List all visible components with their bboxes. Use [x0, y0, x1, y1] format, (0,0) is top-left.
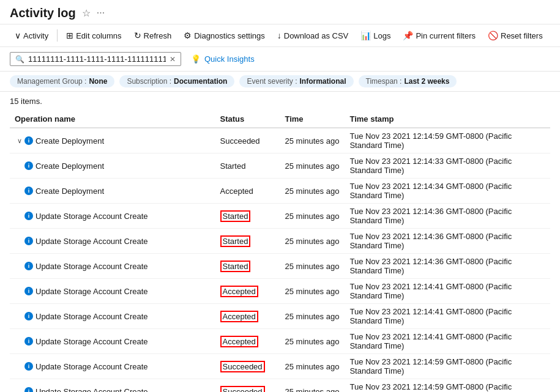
info-icon: i: [24, 362, 33, 371]
col-header-status: Status: [215, 111, 280, 128]
download-label: Download as CSV: [284, 31, 349, 40]
time-cell: 25 minutes ago: [280, 279, 345, 304]
table-row[interactable]: iUpdate Storage Account CreateSucceeded2…: [10, 379, 550, 393]
more-icon[interactable]: ···: [97, 7, 105, 19]
status-cell: Accepted: [215, 329, 280, 354]
status-cell: Started: [215, 254, 280, 279]
activity-button[interactable]: ∨ Activity: [10, 28, 53, 43]
status-badge: Started: [220, 210, 251, 222]
filter-event-severity[interactable]: Event severity : Informational: [239, 75, 353, 87]
timestamp-cell: Tue Nov 23 2021 12:14:41 GMT-0800 (Pacif…: [345, 329, 550, 354]
timestamp-cell: Tue Nov 23 2021 12:14:41 GMT-0800 (Pacif…: [345, 304, 550, 329]
edit-columns-button[interactable]: ⊞ Edit columns: [61, 28, 126, 43]
separator: [57, 29, 58, 42]
info-icon: i: [24, 287, 33, 295]
filter-timespan[interactable]: Timespan : Last 2 weeks: [359, 75, 457, 87]
info-icon: i: [24, 387, 33, 392]
time-cell: 25 minutes ago: [280, 329, 345, 354]
status-cell: Succeeded: [215, 128, 280, 153]
diagnostics-label: Diagnostics settings: [194, 31, 265, 40]
operation-name: Update Storage Account Create: [35, 262, 148, 271]
time-cell: 25 minutes ago: [280, 153, 345, 179]
status-cell: Succeeded: [215, 379, 280, 393]
operation-name: Update Storage Account Create: [35, 237, 148, 246]
time-cell: 25 minutes ago: [280, 379, 345, 393]
activity-label: Activity: [23, 31, 48, 40]
info-icon: i: [24, 312, 33, 320]
operation-name: Update Storage Account Create: [35, 312, 148, 321]
quick-insights-label: Quick Insights: [204, 54, 255, 64]
toolbar: ∨ Activity ⊞ Edit columns ↻ Refresh ⚙ Di…: [0, 24, 560, 47]
search-input[interactable]: [28, 54, 166, 64]
download-icon: ↓: [277, 31, 282, 40]
filter-mg-value: None: [89, 77, 107, 86]
status-cell: Accepted: [215, 279, 280, 304]
refresh-label: Refresh: [144, 31, 172, 40]
status-cell: Accepted: [215, 179, 280, 204]
status-cell: Started: [215, 204, 280, 229]
operation-name: Update Storage Account Create: [35, 337, 148, 346]
diagnostics-button[interactable]: ⚙ Diagnostics settings: [179, 28, 270, 43]
info-icon: i: [24, 262, 33, 270]
star-icon[interactable]: ☆: [82, 7, 91, 19]
title-bar: Activity log ☆ ···: [0, 0, 560, 24]
operation-name: Create Deployment: [35, 161, 104, 171]
chevron-icon: ∨: [15, 31, 21, 40]
table-row[interactable]: iUpdate Storage Account CreateStarted25 …: [10, 229, 550, 254]
time-cell: 25 minutes ago: [280, 254, 345, 279]
timestamp-cell: Tue Nov 23 2021 12:14:41 GMT-0800 (Pacif…: [345, 279, 550, 304]
logs-icon: 📊: [360, 31, 371, 40]
page-title: Activity log: [10, 6, 76, 20]
filter-subscription[interactable]: Subscription : Documentation: [119, 75, 234, 87]
status-cell: Accepted: [215, 304, 280, 329]
clear-icon[interactable]: ✕: [170, 55, 176, 64]
pin-filters-label: Pin current filters: [416, 31, 476, 40]
col-header-operation: Operation name: [10, 111, 215, 128]
filter-bar: Management Group : None Subscription : D…: [0, 72, 560, 92]
timestamp-cell: Tue Nov 23 2021 12:14:36 GMT-0800 (Pacif…: [345, 254, 550, 279]
filter-management-group[interactable]: Management Group : None: [10, 75, 114, 87]
timestamp-cell: Tue Nov 23 2021 12:14:33 GMT-0800 (Pacif…: [345, 153, 550, 179]
quick-insights-button[interactable]: 💡 Quick Insights: [191, 54, 255, 64]
table-row[interactable]: iUpdate Storage Account CreateAccepted25…: [10, 304, 550, 329]
refresh-button[interactable]: ↻ Refresh: [129, 28, 177, 43]
operation-name: Update Storage Account Create: [35, 362, 148, 371]
header-row: Operation name Status Time Time stamp: [10, 111, 550, 128]
timestamp-cell: Tue Nov 23 2021 12:14:59 GMT-0800 (Pacif…: [345, 379, 550, 393]
status-badge: Succeeded: [220, 361, 265, 372]
table-header: Operation name Status Time Time stamp: [10, 111, 550, 128]
filter-sub-value: Documentation: [174, 77, 227, 86]
timestamp-cell: Tue Nov 23 2021 12:14:59 GMT-0800 (Pacif…: [345, 128, 550, 153]
logs-button[interactable]: 📊 Logs: [356, 28, 395, 43]
filter-sev-label: Event severity :: [247, 77, 297, 86]
table-row[interactable]: iUpdate Storage Account CreateSucceeded2…: [10, 354, 550, 379]
filter-mg-label: Management Group :: [17, 77, 86, 86]
title-bar-icons[interactable]: ☆ ···: [82, 7, 105, 19]
table-body: ∨iCreate DeploymentSucceeded25 minutes a…: [10, 128, 550, 392]
table-row[interactable]: iUpdate Storage Account CreateStarted25 …: [10, 254, 550, 279]
download-button[interactable]: ↓ Download as CSV: [272, 28, 354, 43]
columns-icon: ⊞: [66, 31, 73, 40]
table-row[interactable]: iCreate DeploymentStarted25 minutes agoT…: [10, 153, 550, 179]
time-cell: 25 minutes ago: [280, 304, 345, 329]
operation-name: Update Storage Account Create: [35, 387, 148, 393]
filter-ts-label: Timespan :: [366, 77, 402, 86]
table-row[interactable]: ∨iCreate DeploymentSucceeded25 minutes a…: [10, 128, 550, 153]
info-icon: i: [24, 136, 33, 145]
filter-ts-value: Last 2 weeks: [404, 77, 449, 86]
reset-filters-button[interactable]: 🚫 Reset filters: [483, 28, 548, 43]
expand-icon[interactable]: ∨: [17, 137, 22, 145]
edit-columns-label: Edit columns: [76, 31, 121, 40]
table-row[interactable]: iUpdate Storage Account CreateAccepted25…: [10, 329, 550, 354]
operation-name: Update Storage Account Create: [35, 287, 148, 296]
timestamp-cell: Tue Nov 23 2021 12:14:36 GMT-0800 (Pacif…: [345, 229, 550, 254]
table-row[interactable]: iUpdate Storage Account CreateAccepted25…: [10, 279, 550, 304]
status-badge: Started: [220, 235, 251, 247]
pin-filters-button[interactable]: 📌 Pin current filters: [398, 28, 480, 43]
diagnostics-icon: ⚙: [184, 31, 192, 40]
operation-name: Create Deployment: [35, 136, 104, 146]
info-icon: i: [24, 187, 33, 195]
table-row[interactable]: iCreate DeploymentAccepted25 minutes ago…: [10, 179, 550, 204]
table-row[interactable]: iUpdate Storage Account CreateStarted25 …: [10, 204, 550, 229]
activity-table: Operation name Status Time Time stamp ∨i…: [10, 111, 550, 392]
